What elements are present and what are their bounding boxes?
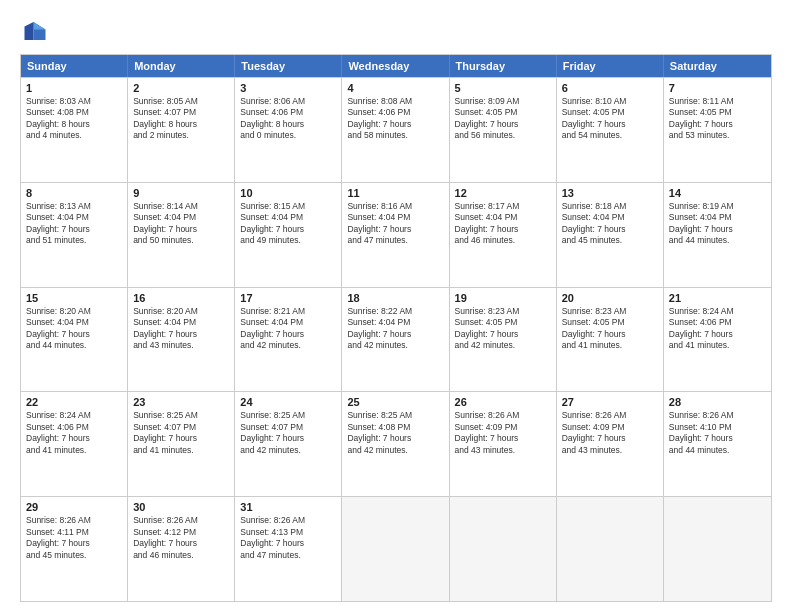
header-day-monday: Monday <box>128 55 235 77</box>
day-number: 30 <box>133 501 229 513</box>
calendar-row-5: 29Sunrise: 8:26 AM Sunset: 4:11 PM Dayli… <box>21 496 771 601</box>
day-cell-3: 3Sunrise: 8:06 AM Sunset: 4:06 PM Daylig… <box>235 78 342 182</box>
day-number: 31 <box>240 501 336 513</box>
header-day-saturday: Saturday <box>664 55 771 77</box>
header <box>20 16 772 46</box>
day-info: Sunrise: 8:19 AM Sunset: 4:04 PM Dayligh… <box>669 201 766 247</box>
day-info: Sunrise: 8:20 AM Sunset: 4:04 PM Dayligh… <box>133 306 229 352</box>
day-cell-28: 28Sunrise: 8:26 AM Sunset: 4:10 PM Dayli… <box>664 392 771 496</box>
day-cell-19: 19Sunrise: 8:23 AM Sunset: 4:05 PM Dayli… <box>450 288 557 392</box>
day-info: Sunrise: 8:26 AM Sunset: 4:10 PM Dayligh… <box>669 410 766 456</box>
day-number: 12 <box>455 187 551 199</box>
day-cell-21: 21Sunrise: 8:24 AM Sunset: 4:06 PM Dayli… <box>664 288 771 392</box>
day-number: 25 <box>347 396 443 408</box>
day-number: 15 <box>26 292 122 304</box>
day-number: 16 <box>133 292 229 304</box>
day-cell-9: 9Sunrise: 8:14 AM Sunset: 4:04 PM Daylig… <box>128 183 235 287</box>
day-info: Sunrise: 8:03 AM Sunset: 4:08 PM Dayligh… <box>26 96 122 142</box>
day-info: Sunrise: 8:08 AM Sunset: 4:06 PM Dayligh… <box>347 96 443 142</box>
day-number: 20 <box>562 292 658 304</box>
day-number: 26 <box>455 396 551 408</box>
day-info: Sunrise: 8:23 AM Sunset: 4:05 PM Dayligh… <box>455 306 551 352</box>
svg-marker-2 <box>25 22 34 40</box>
day-number: 7 <box>669 82 766 94</box>
day-info: Sunrise: 8:21 AM Sunset: 4:04 PM Dayligh… <box>240 306 336 352</box>
day-info: Sunrise: 8:18 AM Sunset: 4:04 PM Dayligh… <box>562 201 658 247</box>
day-number: 3 <box>240 82 336 94</box>
empty-cell <box>557 497 664 601</box>
day-cell-16: 16Sunrise: 8:20 AM Sunset: 4:04 PM Dayli… <box>128 288 235 392</box>
day-cell-12: 12Sunrise: 8:17 AM Sunset: 4:04 PM Dayli… <box>450 183 557 287</box>
day-info: Sunrise: 8:16 AM Sunset: 4:04 PM Dayligh… <box>347 201 443 247</box>
day-cell-22: 22Sunrise: 8:24 AM Sunset: 4:06 PM Dayli… <box>21 392 128 496</box>
day-info: Sunrise: 8:26 AM Sunset: 4:09 PM Dayligh… <box>562 410 658 456</box>
calendar-row-1: 1Sunrise: 8:03 AM Sunset: 4:08 PM Daylig… <box>21 77 771 182</box>
day-cell-26: 26Sunrise: 8:26 AM Sunset: 4:09 PM Dayli… <box>450 392 557 496</box>
calendar-row-3: 15Sunrise: 8:20 AM Sunset: 4:04 PM Dayli… <box>21 287 771 392</box>
day-info: Sunrise: 8:17 AM Sunset: 4:04 PM Dayligh… <box>455 201 551 247</box>
day-number: 17 <box>240 292 336 304</box>
empty-cell <box>664 497 771 601</box>
day-number: 5 <box>455 82 551 94</box>
day-info: Sunrise: 8:26 AM Sunset: 4:11 PM Dayligh… <box>26 515 122 561</box>
empty-cell <box>450 497 557 601</box>
day-info: Sunrise: 8:25 AM Sunset: 4:07 PM Dayligh… <box>133 410 229 456</box>
day-cell-8: 8Sunrise: 8:13 AM Sunset: 4:04 PM Daylig… <box>21 183 128 287</box>
svg-marker-1 <box>34 22 46 30</box>
day-number: 4 <box>347 82 443 94</box>
page: SundayMondayTuesdayWednesdayThursdayFrid… <box>0 0 792 612</box>
day-cell-17: 17Sunrise: 8:21 AM Sunset: 4:04 PM Dayli… <box>235 288 342 392</box>
day-number: 29 <box>26 501 122 513</box>
day-cell-7: 7Sunrise: 8:11 AM Sunset: 4:05 PM Daylig… <box>664 78 771 182</box>
day-info: Sunrise: 8:25 AM Sunset: 4:07 PM Dayligh… <box>240 410 336 456</box>
day-number: 19 <box>455 292 551 304</box>
day-cell-23: 23Sunrise: 8:25 AM Sunset: 4:07 PM Dayli… <box>128 392 235 496</box>
day-number: 23 <box>133 396 229 408</box>
header-day-thursday: Thursday <box>450 55 557 77</box>
day-info: Sunrise: 8:22 AM Sunset: 4:04 PM Dayligh… <box>347 306 443 352</box>
day-number: 24 <box>240 396 336 408</box>
day-number: 6 <box>562 82 658 94</box>
day-number: 13 <box>562 187 658 199</box>
day-cell-27: 27Sunrise: 8:26 AM Sunset: 4:09 PM Dayli… <box>557 392 664 496</box>
calendar-body: 1Sunrise: 8:03 AM Sunset: 4:08 PM Daylig… <box>21 77 771 601</box>
day-info: Sunrise: 8:05 AM Sunset: 4:07 PM Dayligh… <box>133 96 229 142</box>
logo <box>20 16 54 46</box>
day-number: 21 <box>669 292 766 304</box>
day-number: 11 <box>347 187 443 199</box>
day-cell-29: 29Sunrise: 8:26 AM Sunset: 4:11 PM Dayli… <box>21 497 128 601</box>
day-info: Sunrise: 8:26 AM Sunset: 4:13 PM Dayligh… <box>240 515 336 561</box>
day-number: 8 <box>26 187 122 199</box>
day-info: Sunrise: 8:06 AM Sunset: 4:06 PM Dayligh… <box>240 96 336 142</box>
day-info: Sunrise: 8:09 AM Sunset: 4:05 PM Dayligh… <box>455 96 551 142</box>
day-number: 18 <box>347 292 443 304</box>
day-number: 10 <box>240 187 336 199</box>
day-cell-15: 15Sunrise: 8:20 AM Sunset: 4:04 PM Dayli… <box>21 288 128 392</box>
day-cell-30: 30Sunrise: 8:26 AM Sunset: 4:12 PM Dayli… <box>128 497 235 601</box>
day-cell-25: 25Sunrise: 8:25 AM Sunset: 4:08 PM Dayli… <box>342 392 449 496</box>
calendar-row-4: 22Sunrise: 8:24 AM Sunset: 4:06 PM Dayli… <box>21 391 771 496</box>
day-number: 28 <box>669 396 766 408</box>
day-cell-20: 20Sunrise: 8:23 AM Sunset: 4:05 PM Dayli… <box>557 288 664 392</box>
day-info: Sunrise: 8:20 AM Sunset: 4:04 PM Dayligh… <box>26 306 122 352</box>
day-info: Sunrise: 8:10 AM Sunset: 4:05 PM Dayligh… <box>562 96 658 142</box>
day-cell-18: 18Sunrise: 8:22 AM Sunset: 4:04 PM Dayli… <box>342 288 449 392</box>
calendar: SundayMondayTuesdayWednesdayThursdayFrid… <box>20 54 772 602</box>
day-info: Sunrise: 8:25 AM Sunset: 4:08 PM Dayligh… <box>347 410 443 456</box>
day-number: 22 <box>26 396 122 408</box>
calendar-header: SundayMondayTuesdayWednesdayThursdayFrid… <box>21 55 771 77</box>
day-cell-24: 24Sunrise: 8:25 AM Sunset: 4:07 PM Dayli… <box>235 392 342 496</box>
header-day-tuesday: Tuesday <box>235 55 342 77</box>
day-cell-5: 5Sunrise: 8:09 AM Sunset: 4:05 PM Daylig… <box>450 78 557 182</box>
day-cell-10: 10Sunrise: 8:15 AM Sunset: 4:04 PM Dayli… <box>235 183 342 287</box>
logo-icon <box>20 16 50 46</box>
day-number: 14 <box>669 187 766 199</box>
day-info: Sunrise: 8:23 AM Sunset: 4:05 PM Dayligh… <box>562 306 658 352</box>
day-cell-14: 14Sunrise: 8:19 AM Sunset: 4:04 PM Dayli… <box>664 183 771 287</box>
day-cell-11: 11Sunrise: 8:16 AM Sunset: 4:04 PM Dayli… <box>342 183 449 287</box>
day-info: Sunrise: 8:15 AM Sunset: 4:04 PM Dayligh… <box>240 201 336 247</box>
day-info: Sunrise: 8:24 AM Sunset: 4:06 PM Dayligh… <box>26 410 122 456</box>
header-day-sunday: Sunday <box>21 55 128 77</box>
empty-cell <box>342 497 449 601</box>
day-info: Sunrise: 8:24 AM Sunset: 4:06 PM Dayligh… <box>669 306 766 352</box>
